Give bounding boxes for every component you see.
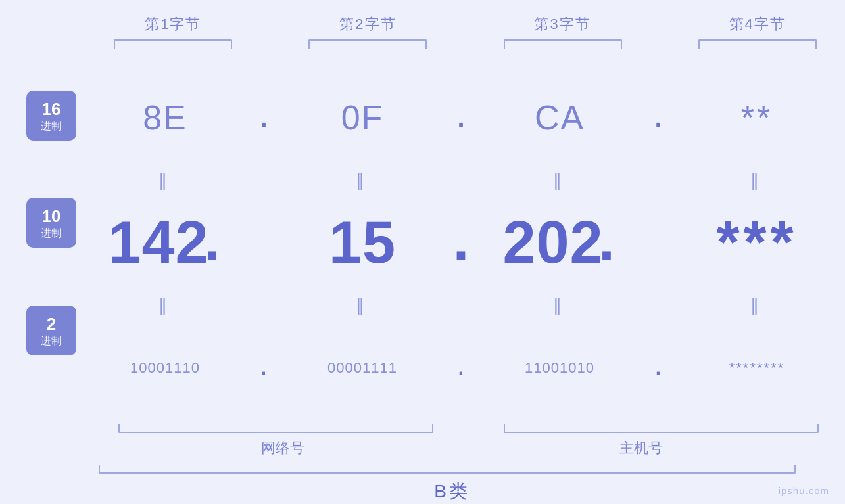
badge-hex: 16 进制 bbox=[26, 91, 76, 141]
dec-cell-1: 142 . bbox=[76, 206, 254, 279]
hex-val-4: ** bbox=[741, 98, 773, 137]
badge-bin-unit: 进制 bbox=[41, 334, 62, 347]
hex-val-2: 0F bbox=[341, 98, 384, 137]
bin-cell-4: ******** bbox=[668, 359, 845, 377]
badge-dec-num: 10 bbox=[42, 206, 61, 227]
class-bracket-row: B类 bbox=[0, 465, 845, 504]
host-label: 主机号 bbox=[467, 438, 815, 458]
badge-dec: 10 进制 bbox=[26, 198, 76, 248]
byte-label-2: 第2字节 bbox=[339, 14, 396, 34]
page: 第1字节 第2字节 第3字节 第4字节 16 进制 10 进 bbox=[0, 0, 845, 504]
hex-cell-1: 8E bbox=[76, 98, 254, 137]
equals-2-2: ‖ bbox=[274, 295, 451, 315]
bin-val-3: 11001010 bbox=[525, 359, 594, 377]
hex-dot-2: . bbox=[451, 103, 471, 133]
row-labels: 16 进制 10 进制 2 进制 bbox=[26, 49, 76, 424]
dec-dot-2: . bbox=[451, 206, 471, 274]
brackets-row bbox=[99, 424, 819, 433]
bin-cell-2: 00001111 bbox=[274, 359, 451, 377]
equals-1-4: ‖ bbox=[668, 170, 845, 191]
badge-bin-num: 2 bbox=[47, 314, 56, 334]
class-label-row: B类 bbox=[99, 479, 806, 504]
bin-dot-1: . bbox=[254, 357, 274, 379]
grid-area: 8E . 0F . CA . ** ‖ ‖ bbox=[76, 49, 845, 424]
bin-val-4: ******** bbox=[729, 359, 785, 377]
dec-dot-inline-1: . bbox=[203, 206, 222, 274]
equals-1-3: ‖ bbox=[471, 170, 648, 191]
bracket-network bbox=[118, 424, 433, 433]
class-bracket bbox=[99, 465, 796, 474]
equals-2-1: ‖ bbox=[76, 295, 254, 315]
bin-val-2: 00001111 bbox=[327, 359, 397, 377]
hex-row: 8E . 0F . CA . ** bbox=[76, 55, 845, 167]
equals-1-2: ‖ bbox=[274, 170, 451, 191]
equals-1-1: ‖ bbox=[76, 170, 254, 191]
badge-hex-unit: 进制 bbox=[41, 120, 62, 132]
hex-cell-4: ** bbox=[668, 98, 845, 137]
bracket-top-3 bbox=[504, 39, 622, 49]
hex-cell-3: CA bbox=[471, 98, 648, 137]
bracket-labels-row: 网络号 主机号 bbox=[99, 438, 819, 458]
dec-cell-2: 15 bbox=[274, 209, 451, 277]
byte-headers: 第1字节 第2字节 第3字节 第4字节 bbox=[0, 0, 845, 49]
bin-val-1: 10001110 bbox=[130, 359, 200, 377]
bin-cell-3: 11001010 bbox=[471, 359, 648, 377]
main-area: 16 进制 10 进制 2 进制 8E . 0F bbox=[0, 49, 845, 424]
dec-cell-4: *** bbox=[668, 209, 845, 277]
bracket-host bbox=[504, 424, 819, 433]
hex-dot-3: . bbox=[648, 103, 668, 133]
bin-row: 10001110 . 00001111 . 11001010 . *******… bbox=[76, 319, 845, 424]
equals-2-3: ‖ bbox=[471, 295, 648, 315]
dec-cell-3: 202 . bbox=[471, 206, 648, 279]
badge-dec-unit: 进制 bbox=[41, 227, 62, 239]
class-label: B类 bbox=[104, 479, 801, 504]
hex-val-1: 8E bbox=[143, 98, 187, 137]
byte-col-1: 第1字节 bbox=[85, 14, 261, 49]
dec-val-1: 142 bbox=[108, 209, 208, 277]
hex-dot-1: . bbox=[254, 103, 274, 133]
watermark: ipshu.com bbox=[779, 485, 829, 496]
badge-bin: 2 进制 bbox=[26, 306, 76, 355]
bracket-top-2 bbox=[308, 39, 427, 49]
byte-label-1: 第1字节 bbox=[145, 14, 201, 34]
dec-dot-inline-3: . bbox=[597, 206, 617, 274]
bottom-section: 网络号 主机号 bbox=[0, 424, 845, 458]
hex-cell-2: 0F bbox=[274, 98, 451, 137]
badge-hex-num: 16 bbox=[42, 99, 61, 120]
dec-val-3: 202 bbox=[502, 209, 603, 277]
bin-dot-3: . bbox=[648, 357, 668, 379]
bin-dot-2: . bbox=[451, 357, 471, 379]
byte-col-2: 第2字节 bbox=[280, 14, 456, 49]
network-label: 网络号 bbox=[99, 438, 467, 458]
bin-cell-1: 10001110 bbox=[76, 359, 254, 377]
equal-row-2: ‖ ‖ ‖ ‖ bbox=[76, 292, 845, 319]
equals-2-4: ‖ bbox=[668, 295, 845, 315]
dec-val-4: *** bbox=[716, 209, 797, 277]
byte-col-4: 第4字节 bbox=[669, 14, 845, 49]
hex-val-3: CA bbox=[535, 98, 585, 137]
dec-row: 142 . 15 . 202 . *** bbox=[76, 193, 845, 292]
byte-label-3: 第3字节 bbox=[534, 14, 591, 34]
dec-val-2: 15 bbox=[329, 209, 396, 277]
bracket-top-4 bbox=[698, 39, 817, 49]
byte-label-4: 第4字节 bbox=[729, 14, 786, 34]
byte-col-3: 第3字节 bbox=[475, 14, 650, 49]
equal-row-1: ‖ ‖ ‖ ‖ bbox=[76, 167, 845, 193]
bracket-top-1 bbox=[114, 39, 232, 49]
